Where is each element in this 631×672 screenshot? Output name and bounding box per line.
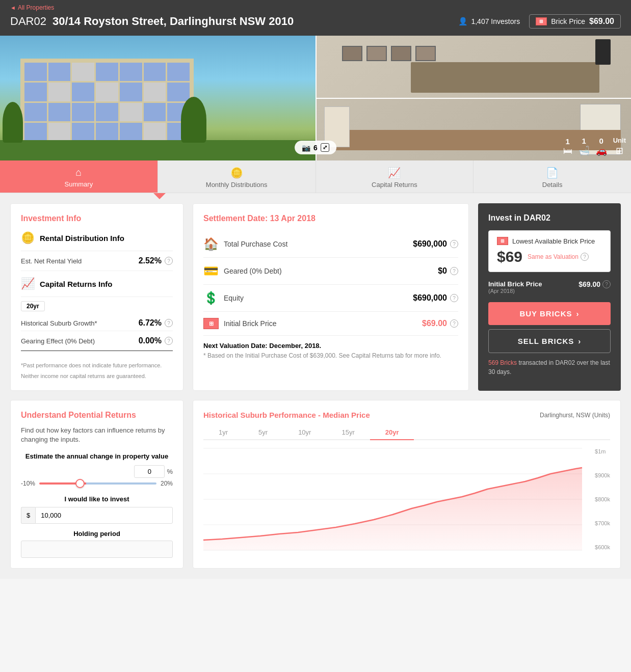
chart-title: Historical Suburb Performance - Median P… [203,411,370,419]
est-net-yield-value: 2.52% [139,256,162,265]
timeframe-15yr[interactable]: 15yr [326,425,370,439]
photo-count-badge[interactable]: 📷 6 ⤢ [295,141,336,154]
brick-icon-settlement: ⊞ [203,318,219,329]
gearing-value: 0.00% [139,336,162,345]
chart-up-icon: 📈 [21,277,35,290]
y-label-800k: $800k [595,496,610,502]
car-icon: 🚗 [596,145,607,156]
equity-value: $690,000 [413,293,447,303]
sell-bricks-label: SELL BRICKS [518,337,574,345]
historical-growth-help[interactable]: ? [165,319,173,327]
property-value-slider[interactable] [39,482,156,485]
chart-tab-icon: 📈 [388,167,401,179]
invest-amount-input[interactable] [35,507,173,524]
transaction-note: 569 Bricks transacted in DAR02 over the … [488,358,611,377]
gearing-label: Gearing Effect (0% Debt) [21,337,95,345]
rental-section-header: 🪙 Rental Distribution Info [21,231,173,251]
brick-icon-invest: ⊞ [497,237,508,245]
property-code: DAR02 [10,15,46,28]
historical-growth-label: Historical Suburb Growth* [21,319,97,327]
details-tab-icon: 📄 [546,167,559,179]
property-address: 30/14 Royston Street, Darlinghurst NSW 2… [52,15,294,28]
settlement-note: * Based on the Initial Purchase Cost of … [203,352,458,360]
summary-tab-label: Summary [65,180,93,188]
potential-returns-card: Understand Potential Returns Find out ho… [10,400,183,569]
slider-value-input[interactable] [134,465,165,478]
buy-chevron-icon: › [576,309,580,318]
same-as-val-label: Same as Valuation [528,253,579,260]
property-title: DAR02 30/14 Royston Street, Darlinghurst… [10,15,294,28]
sell-bricks-button[interactable]: SELL BRICKS › [488,329,611,353]
brick-price-box: ⊞ Lowest Available Brick Price $69 Same … [488,230,611,272]
distributions-tab-label: Monthly Distributions [206,181,268,189]
rental-section-title: Rental Distribution Info [40,234,124,243]
disclaimer-1: *Past performance does not indicate futu… [21,361,173,370]
est-net-yield-label: Est. Net Rental Yield [21,257,82,265]
timeframe-selector: 1yr 5yr 10yr 15yr 20yr [203,425,610,440]
chart-svg [203,448,582,550]
gallery: 📷 6 ⤢ 1 🛏 1 🛁 0 🚗 Unit ⊞ [0,36,631,160]
initial-brick-help-invest[interactable]: ? [602,280,611,288]
purchase-icon: 🏠 [203,237,219,251]
y-label-700k: $700k [595,520,610,526]
parking-count: 0 [599,137,603,145]
purchase-value: $690,000 [413,239,447,249]
brick-price-label: Brick Price [551,17,585,25]
gallery-main [0,36,316,160]
tab-arrow-indicator [153,193,166,199]
timeframe-1yr[interactable]: 1yr [203,425,243,439]
timeframe-20yr[interactable]: 20yr [370,425,414,440]
bedrooms-count: 1 [566,137,570,146]
equity-help[interactable]: ? [450,294,458,302]
tab-details[interactable]: 📄 Details [474,160,631,193]
next-valuation: Next Valuation Date: December, 2018. [203,342,458,350]
y-label-900k: $900k [595,472,610,478]
initial-brick-price-label: Initial Brick Price [488,280,542,288]
geared-value: $0 [438,266,447,276]
investors-info: 👤 1,407 Investors [458,17,520,26]
slider-min-label: -10% [21,480,35,487]
same-as-val-help[interactable]: ? [581,253,589,261]
settlement-card: Settlement Date: 13 Apr 2018 🏠 Total Pur… [193,203,469,391]
timeframe-5yr[interactable]: 5yr [243,425,283,439]
photo-count-number: 6 [313,144,318,152]
slider-max-label: 20% [161,480,173,487]
tab-capital-returns[interactable]: 📈 Capital Returns [316,160,474,193]
buy-bricks-label: BUY BRICKS [519,309,572,318]
investment-info-card: Investment Info 🪙 Rental Distribution In… [10,203,183,391]
property-stats-overlay: 1 🛏 1 🛁 0 🚗 Unit ⊞ [563,137,626,156]
equity-icon: 💲 [203,291,219,305]
unit-icon: ⊞ [616,145,623,156]
purchase-label: Total Purchase Cost [224,240,287,248]
disclaimer-2: Neither income nor capital returns are g… [21,372,173,381]
invest-card: Invest in DAR02 ⊞ Lowest Available Brick… [478,203,621,391]
person-icon: 👤 [458,17,468,26]
gearing-help[interactable]: ? [165,337,173,345]
initial-brick-help[interactable]: ? [450,319,458,328]
tab-summary[interactable]: ⌂ Summary [0,160,158,193]
back-link[interactable]: ◄ All Properties [10,4,621,11]
y-label-600k: $600k [595,544,610,550]
bath-icon: 🛁 [579,145,590,156]
holding-period-section: Holding period [21,530,173,558]
chart-area: $1m $900k $800k $700k $600k [203,448,610,550]
invest-amount-section: I would like to invest $ [21,495,173,524]
geared-help[interactable]: ? [450,267,458,275]
year-selector-btn[interactable]: 20yr [21,301,45,311]
capital-tab-label: Capital Returns [372,181,417,189]
potential-returns-desc: Find out how key factors can influence r… [21,426,173,444]
chart-subtitle: Darlinghurst, NSW (Units) [540,412,610,419]
initial-brick-price-invest-value: $69.00 [579,280,600,288]
transaction-note-bricks: 569 Bricks [488,359,517,366]
header: ◄ All Properties DAR02 30/14 Royston Str… [0,0,631,36]
invest-title: Invest in DAR02 [488,213,611,223]
dollar-prefix: $ [21,507,35,524]
est-net-yield-help[interactable]: ? [165,257,173,265]
buy-bricks-button[interactable]: BUY BRICKS › [488,302,611,325]
timeframe-10yr[interactable]: 10yr [283,425,326,439]
details-tab-label: Details [542,181,563,189]
purchase-help[interactable]: ? [450,240,458,248]
tab-monthly-distributions[interactable]: 🪙 Monthly Distributions [158,160,316,193]
summary-tab-icon: ⌂ [75,167,82,178]
y-label-1m: $1m [595,448,610,454]
